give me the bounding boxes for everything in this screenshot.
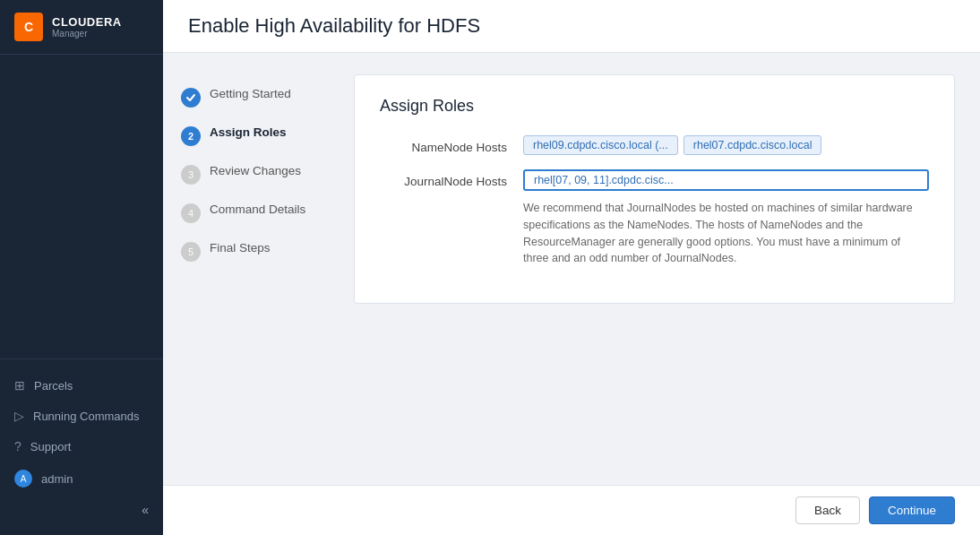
step-badge-assign-roles: 2 [181,126,201,146]
footer: Back Continue [163,485,980,535]
step-label-command-details: Command Details [210,203,305,216]
step-item-command-details[interactable]: 4 Command Details [163,194,329,232]
journalnode-hosts-row: JournalNode Hosts rhel[07, 09, 11].cdpdc… [380,169,929,267]
play-icon: ▷ [14,409,24,423]
sidebar-bottom: ⊞ Parcels ▷ Running Commands ? Support A… [0,358,163,535]
step-badge-command-details: 4 [181,203,201,223]
step-label-getting-started: Getting Started [210,87,291,100]
sidebar-item-support[interactable]: ? Support [0,431,163,462]
sidebar-label-support: Support [30,440,72,453]
namenode-hosts-label: NameNode Hosts [380,135,523,154]
chevron-left-icon: « [142,503,149,517]
journalnode-hosts-label: JournalNode Hosts [380,169,523,188]
step-label-final-steps: Final Steps [210,241,271,255]
sidebar-label-admin: admin [41,472,73,486]
sidebar-item-parcels[interactable]: ⊞ Parcels [0,370,163,401]
sidebar-nav [0,55,163,358]
sidebar-logo: C CLOUDERA Manager [0,0,163,55]
step-item-assign-roles[interactable]: 2 Assign Roles [163,116,329,155]
card-title: Assign Roles [380,97,929,116]
step-badge-review-changes: 3 [181,165,201,185]
collapse-sidebar-button[interactable]: « [0,496,163,524]
page-header: Enable High Availability for HDFS [163,0,980,53]
namenode-hosts-value: rhel09.cdpdc.cisco.local (... rhel07.cdp… [523,135,929,155]
sidebar: C CLOUDERA Manager ⊞ Parcels ▷ Running C… [0,0,163,535]
journalnode-hosts-value: rhel[07, 09, 11].cdpdc.cisc... We recomm… [523,169,929,267]
content-area: Assign Roles NameNode Hosts rhel09.cdpdc… [329,53,980,485]
assign-roles-card: Assign Roles NameNode Hosts rhel09.cdpdc… [354,74,955,304]
logo-title: CLOUDERA [52,15,122,29]
main-content: Enable High Availability for HDFS Gettin… [163,0,980,535]
step-badge-getting-started [181,88,201,108]
page-title: Enable High Availability for HDFS [188,14,955,38]
sidebar-item-admin[interactable]: A admin [0,462,163,496]
sidebar-label-parcels: Parcels [34,379,73,393]
step-item-getting-started[interactable]: Getting Started [163,78,329,116]
logo-subtitle: Manager [52,29,122,39]
grid-icon: ⊞ [14,378,25,393]
journalnode-help-text: We recommend that JournalNodes be hosted… [523,200,929,267]
step-label-assign-roles: Assign Roles [210,125,287,139]
continue-button[interactable]: Continue [869,496,955,524]
step-item-final-steps[interactable]: 5 Final Steps [163,232,329,271]
question-icon: ? [14,439,21,453]
sidebar-item-running-commands[interactable]: ▷ Running Commands [0,401,163,431]
avatar: A [14,470,32,488]
step-item-review-changes[interactable]: 3 Review Changes [163,155,329,194]
namenode-tag-1[interactable]: rhel07.cdpdc.cisco.local [683,135,822,155]
namenode-tag-0[interactable]: rhel09.cdpdc.cisco.local (... [523,135,678,155]
logo-text: CLOUDERA Manager [52,15,122,39]
steps-panel: Getting Started 2 Assign Roles 3 Review … [163,53,329,485]
journalnode-input[interactable]: rhel[07, 09, 11].cdpdc.cisc... [523,169,929,191]
step-badge-final-steps: 5 [181,242,201,262]
main-body: Getting Started 2 Assign Roles 3 Review … [163,53,980,485]
sidebar-label-running-commands: Running Commands [33,410,140,423]
namenode-hosts-row: NameNode Hosts rhel09.cdpdc.cisco.local … [380,135,929,155]
namenode-tags: rhel09.cdpdc.cisco.local (... rhel07.cdp… [523,135,929,155]
step-label-review-changes: Review Changes [210,164,301,177]
app-logo-icon: C [14,13,43,41]
back-button[interactable]: Back [795,496,860,524]
